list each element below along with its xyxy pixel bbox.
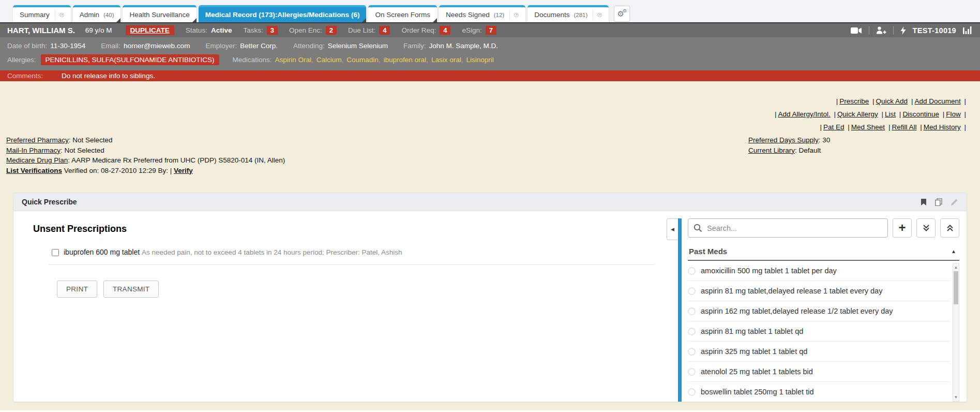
- tab-needs-signed[interactable]: Needs Signed (12): [439, 5, 525, 22]
- add-med-button[interactable]: +: [893, 218, 912, 238]
- tab-needs-signed-count: (12): [494, 12, 504, 18]
- comma: ,: [341, 56, 343, 64]
- allergy-alert-pill[interactable]: PENICILLINS, SULFA(SULFONAMIDE ANTIBIOTI…: [41, 54, 219, 65]
- scroll-down-icon[interactable]: ▼: [954, 395, 958, 400]
- list-item[interactable]: aspirin 81 mg tablet 1 tablet qd: [688, 321, 950, 342]
- tab-health-surveillance[interactable]: Health Surveillance: [123, 5, 196, 22]
- order-req-count-badge[interactable]: 4: [440, 26, 450, 35]
- separator: |: [872, 97, 875, 105]
- employer-label: Employer:: [205, 42, 237, 50]
- mail-in-pharmacy-link[interactable]: Mail-In Pharmacy: [6, 146, 61, 154]
- comments-bar: Comments: Do not release info to sibling…: [0, 70, 980, 81]
- popout-icon[interactable]: [55, 10, 64, 20]
- comma: ,: [379, 56, 381, 64]
- transmit-button[interactable]: TRANSMIT: [103, 281, 159, 298]
- action-links-row-3: |Pat Ed |Med Sheet |Refill All |Med Hist…: [0, 121, 968, 134]
- list-item[interactable]: aspirin 162 mg tablet,delayed release 1/…: [688, 301, 950, 321]
- add-document-link[interactable]: Add Document: [914, 97, 960, 105]
- tab-documents[interactable]: Documents (281): [527, 5, 609, 22]
- tab-medical-record-label: Medical Record (173):Allergies/Medicatio…: [205, 11, 360, 19]
- esign-count-badge[interactable]: 7: [486, 26, 496, 35]
- med-sheet-link[interactable]: Med Sheet: [851, 123, 885, 131]
- list-verifications-link[interactable]: List Verifications: [6, 167, 62, 174]
- prescribe-link[interactable]: Prescribe: [839, 97, 869, 105]
- list-item[interactable]: aspirin 81 mg tablet,delayed release 1 t…: [688, 281, 950, 301]
- list-item[interactable]: atenolol 25 mg tablet 1 tablets bid: [688, 362, 950, 382]
- preferred-pharmacy-link[interactable]: Preferred Pharmacy: [6, 136, 69, 144]
- medication-link[interactable]: Lisinopril: [466, 56, 493, 64]
- popout-icon[interactable]: [593, 10, 602, 20]
- quick-allergy-link[interactable]: Quick Allergy: [837, 110, 878, 118]
- medicare-drug-plan-link[interactable]: Medicare Drug Plan: [6, 156, 68, 164]
- tasks-count-badge[interactable]: 3: [267, 26, 278, 35]
- video-camera-icon[interactable]: [851, 27, 862, 34]
- discontinue-link[interactable]: Discontinue: [902, 110, 939, 118]
- prescription-checkbox[interactable]: [52, 249, 59, 256]
- list-item[interactable]: amoxicillin 500 mg tablet 1 tablet per d…: [688, 261, 950, 281]
- colon: :: [61, 146, 63, 154]
- preferred-days-supply-link[interactable]: Preferred Days Supply: [748, 136, 819, 144]
- bookmark-icon[interactable]: [921, 198, 927, 206]
- person-add-icon[interactable]: [876, 26, 886, 34]
- family-label: Family:: [403, 42, 426, 50]
- radio-icon[interactable]: [688, 388, 696, 396]
- medication-link[interactable]: ibuprofen oral: [384, 56, 427, 64]
- quick-add-link[interactable]: Quick Add: [876, 97, 908, 105]
- tab-admin[interactable]: Admin (40): [73, 5, 121, 22]
- add-allergy-link[interactable]: Add Allergy/Intol.: [778, 110, 830, 118]
- radio-icon[interactable]: [688, 368, 696, 376]
- radio-icon[interactable]: [688, 307, 696, 315]
- separator: |: [836, 97, 838, 105]
- radio-icon[interactable]: [688, 287, 696, 295]
- print-button[interactable]: PRINT: [57, 281, 97, 298]
- past-meds-title: Past Meds: [689, 247, 727, 256]
- patient-header-bar: HART, WILLIAM S. 69 y/o M DUPLICATE Stat…: [0, 23, 980, 37]
- bar-chart-icon[interactable]: [963, 26, 973, 34]
- collapse-panel-button[interactable]: ◀: [667, 218, 678, 240]
- sort-ascending-icon[interactable]: ▲: [951, 248, 956, 254]
- med-search-input[interactable]: [688, 218, 888, 238]
- radio-icon[interactable]: [688, 267, 696, 275]
- list-verifications-row: List Verifications Verified on: 08-27-20…: [6, 166, 748, 176]
- current-library-link[interactable]: Current Library: [748, 146, 795, 154]
- med-history-link[interactable]: Med History: [924, 123, 961, 131]
- scroll-up-icon[interactable]: ▲: [954, 265, 958, 270]
- medication-link[interactable]: Aspirin Oral: [275, 56, 311, 64]
- copy-pages-icon[interactable]: [935, 198, 942, 206]
- expand-all-button[interactable]: [916, 218, 936, 238]
- list-item[interactable]: aspirin 325 mg tablet 1 tablet qd: [688, 342, 950, 362]
- pat-ed-link[interactable]: Pat Ed: [823, 123, 845, 131]
- tasks-label: Tasks:: [243, 26, 263, 34]
- divider: [893, 26, 894, 35]
- chart-tab-bar: Summary Admin (40) Health Surveillance M…: [0, 0, 980, 23]
- medication-link[interactable]: Lasix oral: [431, 56, 461, 64]
- separator: |: [964, 97, 966, 105]
- quick-prescribe-title: Quick Prescribe: [22, 198, 77, 206]
- tab-medical-record[interactable]: Medical Record (173):Allergies/Medicatio…: [199, 5, 367, 22]
- open-enc-label: Open Enc:: [289, 26, 322, 34]
- radio-icon[interactable]: [688, 348, 696, 356]
- list-link[interactable]: List: [885, 110, 896, 118]
- past-meds-header[interactable]: Past Meds ▲: [688, 244, 959, 261]
- duplicate-badge[interactable]: DUPLICATE: [126, 25, 174, 35]
- lightning-icon[interactable]: [900, 26, 906, 35]
- due-list-count-badge[interactable]: 4: [379, 26, 390, 35]
- list-item[interactable]: boswellin tablet 250mg 1 tablet tid: [688, 382, 950, 402]
- medication-link[interactable]: Coumadin: [346, 56, 379, 64]
- medication-link[interactable]: Calcium: [316, 56, 342, 64]
- refill-all-link[interactable]: Refill All: [892, 123, 916, 131]
- pencil-icon[interactable]: [951, 198, 958, 206]
- tab-summary[interactable]: Summary: [13, 5, 71, 22]
- scrollbar[interactable]: ▲ ▼: [953, 263, 959, 402]
- flow-link[interactable]: Flow: [946, 110, 961, 118]
- popout-icon[interactable]: [509, 10, 519, 20]
- radio-icon[interactable]: [688, 328, 696, 335]
- pharmacy-info-section: Preferred Pharmacy: Not Selected Mail-In…: [0, 135, 980, 175]
- collapse-all-button[interactable]: [940, 218, 959, 238]
- settings-gears-button[interactable]: ⚙ ⚙: [614, 6, 630, 22]
- scrollbar-thumb[interactable]: [954, 271, 958, 304]
- tab-on-screen-forms[interactable]: On Screen Forms: [368, 5, 437, 22]
- verify-link[interactable]: Verify: [174, 167, 193, 174]
- plus-icon: +: [898, 222, 906, 234]
- open-enc-count-badge[interactable]: 2: [326, 26, 337, 35]
